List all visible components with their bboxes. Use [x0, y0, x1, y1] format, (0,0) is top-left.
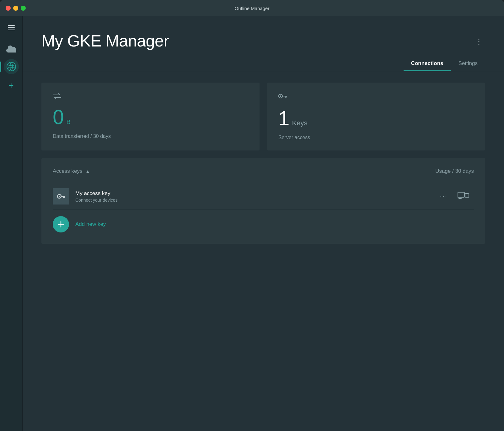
add-server-button[interactable]: + [5, 79, 18, 92]
data-transferred-card: 0 B Data transferred / 30 days [41, 83, 260, 150]
transfer-arrows-icon [53, 93, 248, 100]
tabs-row: Connections Settings [23, 57, 504, 71]
data-label: Data transferred / 30 days [53, 134, 248, 139]
more-options-button[interactable]: ⋮ [473, 35, 485, 48]
title-bar: Outline Manager [0, 0, 504, 16]
hamburger-line-1 [8, 25, 15, 26]
section-title-row: Access keys ▲ [53, 168, 90, 174]
globe-icon [6, 62, 16, 72]
access-keys-section: Access keys ▲ Usage / 30 days [41, 158, 485, 244]
keys-value-row: 1 Keys [278, 108, 474, 128]
window-title: Outline Manager [235, 6, 270, 11]
key-info: My access key Connect your devices [75, 190, 435, 203]
app-body: + My GKE Manager ⋮ Connections Settings [0, 16, 504, 431]
sidebar: + [0, 16, 23, 431]
sort-arrow-icon[interactable]: ▲ [85, 169, 90, 174]
add-icon: + [8, 81, 13, 90]
data-number: 0 [53, 107, 64, 127]
cloud-icon [6, 45, 16, 53]
keys-number: 1 [278, 108, 290, 128]
key-avatar [53, 188, 69, 205]
tab-settings[interactable]: Settings [451, 57, 485, 71]
key-sub: Connect your devices [75, 198, 435, 203]
stats-row: 0 B Data transferred / 30 days [23, 71, 504, 150]
add-new-key-row[interactable]: Add new key [53, 210, 474, 234]
key-options-button[interactable]: ··· [435, 190, 453, 203]
page-header: My GKE Manager ⋮ [23, 16, 504, 57]
key-name: My access key [75, 190, 435, 197]
server-access-card: 1 Keys Server access [267, 83, 485, 150]
window-controls [6, 6, 26, 11]
add-key-plus-icon [57, 221, 64, 228]
add-key-label: Add new key [75, 221, 106, 227]
hamburger-line-2 [8, 27, 15, 28]
close-button[interactable] [6, 6, 11, 11]
svg-rect-13 [465, 194, 469, 197]
key-row: My access key Connect your devices ··· [53, 183, 474, 210]
usage-label: Usage / 30 days [435, 168, 474, 174]
svg-point-8 [59, 196, 60, 197]
add-key-button[interactable] [53, 216, 69, 232]
data-unit: B [67, 119, 71, 125]
page-title: My GKE Manager [41, 31, 169, 50]
key-stat-icon [278, 93, 474, 101]
section-header: Access keys ▲ Usage / 30 days [53, 168, 474, 174]
access-keys-title: Access keys [53, 168, 82, 174]
data-value: 0 B [53, 107, 248, 127]
sidebar-item-gke[interactable] [4, 59, 19, 74]
keys-unit: Keys [292, 120, 308, 127]
sidebar-item-cloud[interactable] [4, 41, 19, 57]
svg-point-2 [280, 95, 281, 97]
tab-connections[interactable]: Connections [404, 57, 451, 71]
maximize-button[interactable] [21, 6, 26, 11]
hamburger-line-3 [8, 30, 15, 30]
hamburger-menu[interactable] [5, 21, 18, 34]
minimize-button[interactable] [13, 6, 18, 11]
device-sharing-icon[interactable] [453, 188, 474, 204]
keys-label: Server access [278, 135, 474, 140]
svg-point-0 [7, 62, 16, 71]
svg-rect-12 [458, 192, 464, 197]
main-content: My GKE Manager ⋮ Connections Settings 0 … [23, 16, 504, 431]
